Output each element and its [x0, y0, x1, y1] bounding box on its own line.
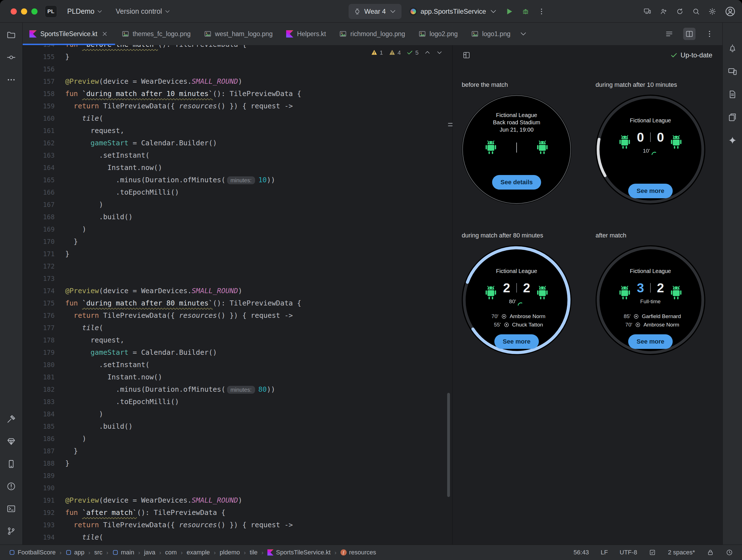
breadcrumb-resources[interactable]: fresources [340, 549, 376, 556]
breadcrumb-example[interactable]: example [187, 549, 210, 556]
tool-device-explorer[interactable] [725, 110, 740, 124]
tool-device-manager[interactable] [4, 457, 18, 471]
code-text[interactable]: @Preview(device = WearDevices.SMALL_ROUN… [65, 75, 452, 88]
breadcrumb-main[interactable]: main [112, 549, 135, 556]
line-number[interactable]: 194 [23, 531, 65, 544]
editor-scrollbar[interactable] [447, 393, 450, 497]
line-number[interactable]: 159 [23, 100, 65, 112]
code-text[interactable]: ) [65, 408, 452, 420]
tile-action-button[interactable]: See more [628, 184, 673, 198]
code-text[interactable]: request, [65, 124, 452, 137]
line-number[interactable]: 189 [23, 469, 65, 482]
line-number[interactable]: 183 [23, 396, 65, 408]
code-text[interactable]: ) [65, 223, 452, 236]
line-number[interactable]: 172 [23, 260, 65, 272]
code-with-me-icon[interactable] [660, 8, 668, 15]
code-editor[interactable]: 154fun `before the match`(): TilePreview… [23, 45, 452, 545]
code-text[interactable]: .minus(Duration.ofMinutes(minutes:80)) [65, 383, 452, 396]
line-number[interactable]: 173 [23, 272, 65, 285]
breadcrumb-tile[interactable]: tile [250, 549, 258, 556]
line-number[interactable]: 192 [23, 507, 65, 519]
tool-version-control[interactable] [4, 524, 18, 539]
tool-more-tools[interactable] [4, 72, 18, 87]
project-menu[interactable]: PLDemo [64, 5, 106, 18]
search-icon[interactable] [692, 8, 700, 15]
line-number[interactable]: 182 [23, 383, 65, 396]
line-number[interactable]: 156 [23, 63, 65, 75]
line-number[interactable]: 169 [23, 223, 65, 236]
line-number[interactable]: 181 [23, 371, 65, 383]
line-number[interactable]: 190 [23, 482, 65, 494]
breadcrumb-app[interactable]: app [65, 549, 85, 556]
line-number[interactable]: 176 [23, 309, 65, 322]
watch-face[interactable]: Fictional League2280'70'Ambrose Norm55'C… [462, 245, 572, 355]
tile-action-button[interactable]: See details [492, 175, 541, 190]
close-icon[interactable] [101, 30, 108, 38]
editor-options-icon[interactable] [703, 28, 716, 40]
file-encoding[interactable]: UTF-8 [620, 549, 637, 556]
code-text[interactable]: tile( [65, 531, 452, 544]
code-text[interactable]: Instant.now() [65, 162, 452, 174]
breadcrumb-com[interactable]: com [165, 549, 177, 556]
user-avatar[interactable] [725, 6, 736, 17]
code-text[interactable]: request, [65, 334, 452, 346]
code-text[interactable]: @Preview(device = WearDevices.SMALL_ROUN… [65, 494, 452, 507]
window-minimize-button[interactable] [21, 8, 27, 14]
code-text[interactable]: return TilePreviewData({ resources() }) … [65, 100, 452, 112]
tool-project-folder[interactable] [4, 28, 18, 42]
tab-Helpers.kt[interactable]: Helpers.kt [279, 23, 333, 45]
code-text[interactable] [65, 63, 452, 75]
code-text[interactable]: .toEpochMilli() [65, 396, 452, 408]
code-text[interactable]: .build() [65, 420, 452, 432]
line-number[interactable]: 155 [23, 51, 65, 63]
vcs-menu[interactable]: Version control [113, 5, 173, 18]
line-number[interactable]: 188 [23, 457, 65, 469]
prev-problem-icon[interactable] [424, 49, 431, 56]
more-actions-button[interactable] [538, 8, 545, 15]
code-text[interactable]: .toEpochMilli() [65, 186, 452, 199]
tab-themes_fc_logo.png[interactable]: themes_fc_logo.png [115, 23, 197, 45]
device-selector[interactable]: Wear 4 [349, 4, 402, 19]
code-text[interactable]: tile( [65, 322, 452, 334]
breadcrumb-src[interactable]: src [94, 549, 102, 556]
watch-face[interactable]: Fictional League0010'See more [595, 95, 705, 204]
code-text[interactable] [65, 260, 452, 272]
inspection-passed[interactable]: 5 [406, 49, 419, 56]
inspection-weak-warning[interactable]: 4 [389, 49, 401, 56]
breadcrumb-java[interactable]: java [144, 549, 155, 556]
code-text[interactable]: fun `during match after 80 minutes`(): T… [65, 297, 452, 309]
hidden-tabs-chevron-icon[interactable] [517, 23, 529, 45]
line-number[interactable]: 167 [23, 199, 65, 211]
line-number[interactable]: 157 [23, 75, 65, 88]
readonly-lock-icon[interactable] [707, 549, 714, 556]
code-text[interactable]: } [65, 236, 452, 248]
line-number[interactable]: 193 [23, 519, 65, 531]
code-text[interactable] [65, 272, 452, 285]
line-number[interactable]: 179 [23, 346, 65, 359]
code-text[interactable]: } [65, 445, 452, 457]
code-text[interactable]: fun `during match after 10 minutes`(): T… [65, 88, 452, 100]
split-editor-icon[interactable] [683, 28, 695, 40]
tool-notifications[interactable] [725, 41, 740, 56]
settings-gear-icon[interactable] [708, 8, 716, 15]
line-number[interactable]: 187 [23, 445, 65, 457]
tool-running-devices[interactable] [725, 64, 740, 79]
line-number[interactable]: 164 [23, 162, 65, 174]
tool-problems[interactable] [4, 479, 18, 494]
code-text[interactable]: return TilePreviewData({ resources() }) … [65, 309, 452, 322]
line-number[interactable]: 171 [23, 248, 65, 260]
code-text[interactable] [65, 482, 452, 494]
window-close-button[interactable] [11, 8, 17, 14]
tool-commit[interactable] [4, 50, 18, 65]
window-zoom-button[interactable] [31, 8, 38, 14]
next-problem-icon[interactable] [436, 49, 443, 56]
line-number[interactable]: 174 [23, 285, 65, 297]
line-number[interactable]: 180 [23, 359, 65, 371]
editor-list-icon[interactable] [663, 28, 675, 40]
line-number[interactable]: 175 [23, 297, 65, 309]
line-number[interactable]: 166 [23, 186, 65, 199]
debug-button[interactable] [521, 7, 530, 16]
breadcrumb-SportsTileService.kt[interactable]: SportsTileService.kt [267, 549, 331, 556]
run-button[interactable] [505, 7, 514, 16]
cursor-position[interactable]: 56:43 [574, 549, 589, 556]
